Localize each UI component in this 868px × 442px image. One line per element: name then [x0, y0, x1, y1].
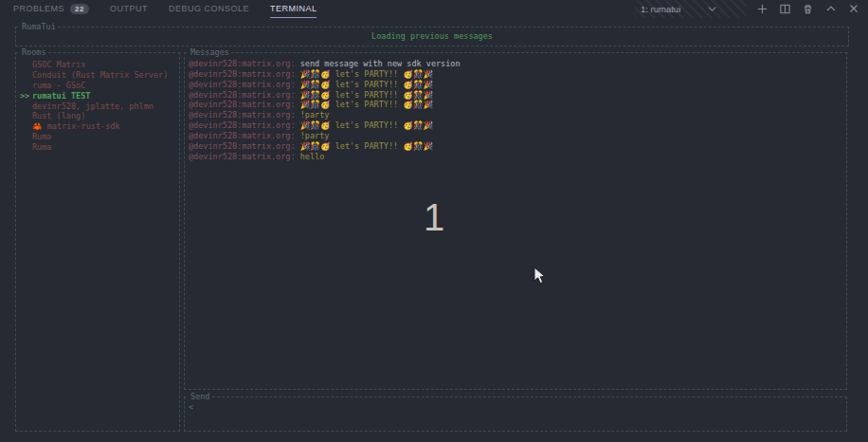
room-list-item[interactable]: >>rumatui TEST [18, 91, 177, 101]
tab-problems-label: PROBLEMS [13, 4, 64, 13]
message-row: @devinr528:matrix.org: send message with… [189, 59, 843, 69]
tab-debug-console-label: DEBUG CONSOLE [169, 4, 249, 13]
messages-panel: Messages @devinr528:matrix.org: send mes… [184, 52, 847, 390]
message-sender: @devinr528:matrix.org: [189, 59, 296, 68]
panel-tab-bar: PROBLEMS 22 OUTPUT DEBUG CONSOLE TERMINA… [0, 0, 868, 17]
close-panel-icon[interactable] [846, 2, 860, 16]
send-panel[interactable]: Send < [184, 396, 847, 432]
room-name: devinr528, jplatte, phlmn [32, 101, 154, 111]
panel-tabs: PROBLEMS 22 OUTPUT DEBUG CONSOLE TERMINA… [13, 1, 316, 16]
message-sender: @devinr528:matrix.org: [189, 80, 296, 89]
message-row: @devinr528:matrix.org: !party [189, 131, 843, 141]
room-name: ruma - GSoC [32, 81, 85, 90]
messages-panel-title: Messages [189, 47, 231, 57]
message-body: 🎉🎊🥳 let's PARTY!! 🥳🎊🎉 [300, 69, 433, 79]
room-list: GSOC Matrix Conduit (Rust Matrix Server)… [18, 60, 177, 153]
send-panel-title: Send [189, 392, 211, 401]
message-sender: @devinr528:matrix.org: [189, 152, 296, 161]
message-list: @devinr528:matrix.org: send message with… [189, 59, 843, 161]
tab-output[interactable]: OUTPUT [110, 1, 148, 16]
terminal-instance-label: 1: rumatui [641, 4, 680, 14]
loading-status-text: Loading previous messages [16, 31, 848, 41]
split-terminal-icon[interactable] [778, 2, 792, 16]
rooms-panel: Rooms GSOC Matrix Conduit (Rust Matrix S… [15, 52, 180, 432]
message-body: 🎉🎊🥳 let's PARTY!! 🥳🎊🎉 [300, 100, 433, 109]
room-name: 🦀 matrix-rust-sdk [32, 121, 120, 131]
room-name: GSOC Matrix [32, 60, 85, 69]
message-row: @devinr528:matrix.org: 🎉🎊🥳 let's PARTY!!… [189, 69, 843, 80]
tab-output-label: OUTPUT [110, 4, 148, 13]
rumatui-header-box: RumaTui Loading previous messages [15, 27, 849, 46]
rooms-panel-title: Rooms [20, 47, 48, 57]
room-list-item[interactable]: GSOC Matrix [18, 60, 177, 70]
mouse-cursor [533, 267, 547, 289]
keystroke-overlay: 1 [420, 196, 448, 239]
message-row: @devinr528:matrix.org: 🎉🎊🥳 let's PARTY!!… [189, 141, 843, 152]
message-sender: @devinr528:matrix.org: [189, 100, 296, 109]
tab-problems[interactable]: PROBLEMS 22 [13, 1, 89, 16]
message-sender: @devinr528:matrix.org: [189, 120, 296, 130]
message-body: send message with new sdk version [300, 59, 461, 68]
terminal-controls: 1: rumatui [635, 0, 860, 17]
message-body: 🎉🎊🥳 let's PARTY!! 🥳🎊🎉 [300, 120, 433, 130]
room-list-item[interactable]: Rust (lang) [18, 111, 177, 121]
tab-terminal[interactable]: TERMINAL [270, 3, 317, 18]
message-sender: @devinr528:matrix.org: [189, 90, 296, 100]
tab-terminal-label: TERMINAL [270, 4, 317, 13]
room-list-item[interactable]: Ruma [18, 132, 177, 142]
room-name: Conduit (Rust Matrix Server) [32, 70, 168, 80]
message-sender: @devinr528:matrix.org: [189, 141, 296, 151]
message-body: !party [300, 110, 330, 120]
maximize-panel-chevron-up-icon[interactable] [823, 2, 838, 16]
message-body: !party [300, 131, 330, 140]
room-list-item[interactable]: ruma - GSoC [18, 81, 177, 91]
message-row: @devinr528:matrix.org: 🎉🎊🥳 let's PARTY!!… [189, 90, 843, 101]
tab-debug-console[interactable]: DEBUG CONSOLE [169, 1, 249, 16]
new-terminal-icon[interactable] [755, 2, 769, 16]
message-row: @devinr528:matrix.org: 🎉🎊🥳 let's PARTY!!… [189, 80, 843, 90]
message-row: @devinr528:matrix.org: !party [189, 110, 843, 120]
room-list-item[interactable]: devinr528, jplatte, phlmn [18, 101, 177, 112]
chevron-down-icon [705, 2, 719, 16]
room-list-item[interactable]: Conduit (Rust Matrix Server) [18, 70, 177, 81]
room-name: Rust (lang) [32, 111, 85, 120]
message-body: hello [300, 152, 325, 161]
message-body: 🎉🎊🥳 let's PARTY!! 🥳🎊🎉 [300, 90, 433, 100]
message-sender: @devinr528:matrix.org: [189, 131, 296, 140]
problems-count-badge: 22 [70, 4, 89, 14]
message-row: @devinr528:matrix.org: hello [189, 152, 843, 162]
message-body: 🎉🎊🥳 let's PARTY!! 🥳🎊🎉 [300, 141, 433, 151]
room-name: rumatui TEST [32, 91, 90, 101]
room-name: Ruma [32, 142, 51, 152]
message-sender: @devinr528:matrix.org: [189, 110, 296, 120]
terminal-instance-select[interactable]: 1: rumatui [635, 0, 747, 18]
rumatui-title: RumaTui [20, 22, 58, 31]
message-row: @devinr528:matrix.org: 🎉🎊🥳 let's PARTY!!… [189, 120, 843, 131]
send-input-prompt: < [189, 402, 193, 412]
message-row: @devinr528:matrix.org: 🎉🎊🥳 let's PARTY!!… [189, 100, 843, 110]
room-name: Ruma [32, 132, 51, 141]
kill-terminal-trash-icon[interactable] [801, 2, 815, 16]
selected-room-marker: >> [20, 91, 32, 101]
room-list-item[interactable]: Ruma [18, 142, 177, 153]
room-list-item[interactable]: 🦀 matrix-rust-sdk [18, 121, 177, 132]
message-sender: @devinr528:matrix.org: [189, 69, 296, 79]
message-body: 🎉🎊🥳 let's PARTY!! 🥳🎊🎉 [300, 80, 433, 89]
